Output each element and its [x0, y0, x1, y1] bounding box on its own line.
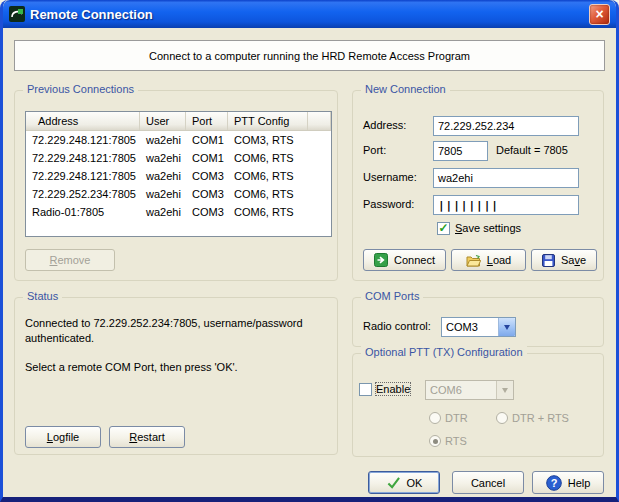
- cell-address[interactable]: 72.229.248.121:7805: [26, 167, 140, 185]
- ptt-enable-label[interactable]: Enable: [376, 383, 410, 395]
- radio-label-rts: RTS: [445, 435, 467, 447]
- ptt-config-title: Optional PTT (TX) Configuration: [361, 346, 527, 358]
- chevron-down-icon: [496, 381, 513, 399]
- port-value: 7805: [438, 145, 462, 157]
- port-field[interactable]: 7805: [433, 141, 488, 161]
- check-icon: ✓: [438, 221, 448, 235]
- remove-button-label: Remove: [50, 254, 91, 266]
- save-settings-checkbox[interactable]: ✓: [437, 222, 450, 235]
- column-header-address[interactable]: Address: [26, 112, 140, 130]
- banner: Connect to a computer running the HRD Re…: [14, 40, 605, 71]
- restart-button[interactable]: Restart: [109, 426, 185, 448]
- help-button[interactable]: ? Help: [532, 471, 604, 494]
- radio-control-select[interactable]: COM3: [441, 317, 516, 337]
- radio-label-dtr: DTR: [445, 412, 468, 424]
- cell-user[interactable]: wa2ehi: [140, 167, 186, 185]
- logfile-button-label: Logfile: [47, 431, 79, 443]
- cell-ptt[interactable]: COM6, RTS: [228, 203, 308, 221]
- cell-port[interactable]: COM3: [186, 203, 228, 221]
- column-header-ptt-config[interactable]: PTT Config: [228, 112, 308, 130]
- save-settings-label[interactable]: Save settings: [455, 222, 521, 234]
- logfile-button[interactable]: Logfile: [25, 426, 101, 448]
- svg-text:?: ?: [550, 477, 557, 489]
- load-button[interactable]: Load: [451, 249, 526, 271]
- app-icon: [9, 6, 25, 22]
- connect-icon: [374, 253, 388, 267]
- ok-check-icon: [386, 476, 401, 489]
- cell-user[interactable]: wa2ehi: [140, 203, 186, 221]
- banner-text: Connect to a computer running the HRD Re…: [149, 50, 470, 62]
- cell-port[interactable]: COM1: [186, 149, 228, 167]
- ok-button[interactable]: OK: [368, 471, 440, 494]
- cancel-button[interactable]: Cancel: [452, 471, 524, 494]
- ptt-config-group: Optional PTT (TX) Configuration ✓ Enable…: [352, 353, 604, 457]
- port-label: Port:: [363, 144, 386, 156]
- cell-address[interactable]: 72.229.248.121:7805: [26, 131, 140, 149]
- password-label: Password:: [363, 198, 414, 210]
- password-field[interactable]: ||||||||: [433, 195, 579, 215]
- title-bar[interactable]: Remote Connection ×: [3, 0, 616, 28]
- radio-label-dtr-rts: DTR + RTS: [512, 412, 569, 424]
- radio-icon: [429, 412, 441, 424]
- table-row[interactable]: Radio-01:7805 wa2ehi COM3 COM6, RTS: [26, 203, 331, 221]
- ptt-port-value: COM6: [426, 384, 496, 396]
- save-button[interactable]: Save: [531, 249, 597, 271]
- cell-address[interactable]: 72.229.252.234:7805: [26, 185, 140, 203]
- cell-port[interactable]: COM1: [186, 131, 228, 149]
- radio-option-dtr-rts: DTR + RTS: [496, 412, 569, 424]
- connect-button-label: Connect: [394, 254, 435, 266]
- table-row[interactable]: 72.229.248.121:7805 wa2ehi COM1 COM6, RT…: [26, 149, 331, 167]
- cancel-button-label: Cancel: [471, 477, 505, 489]
- previous-connections-group: Previous Connections Address User Port P…: [14, 90, 338, 281]
- port-default-hint: Default = 7805: [496, 144, 568, 156]
- cell-ptt[interactable]: COM6, RTS: [228, 149, 308, 167]
- save-floppy-icon: [542, 254, 555, 267]
- cell-ptt[interactable]: COM3, RTS: [228, 131, 308, 149]
- remove-button: Remove: [25, 249, 115, 271]
- table-row[interactable]: 72.229.248.121:7805 wa2ehi COM1 COM3, RT…: [26, 131, 331, 149]
- column-header-user[interactable]: User: [140, 112, 186, 130]
- ptt-port-select: COM6: [425, 380, 514, 400]
- save-button-label: Save: [561, 254, 586, 266]
- remote-connection-dialog: Remote Connection × Connect to a compute…: [0, 0, 619, 502]
- list-header[interactable]: Address User Port PTT Config: [26, 112, 331, 131]
- username-label: Username:: [363, 171, 417, 183]
- close-icon[interactable]: ×: [589, 4, 610, 25]
- window-title: Remote Connection: [30, 7, 589, 22]
- address-value: 72.229.252.234: [438, 120, 514, 132]
- status-group: Status Connected to 72.229.252.234:7805,…: [14, 297, 338, 455]
- cell-port[interactable]: COM3: [186, 185, 228, 203]
- com-ports-title: COM Ports: [361, 290, 423, 302]
- cell-user[interactable]: wa2ehi: [140, 131, 186, 149]
- previous-connections-list[interactable]: Address User Port PTT Config 72.229.248.…: [25, 111, 332, 237]
- radio-control-label: Radio control:: [363, 320, 431, 332]
- cell-ptt[interactable]: COM6, RTS: [228, 167, 308, 185]
- address-field[interactable]: 72.229.252.234: [433, 116, 579, 136]
- username-field[interactable]: wa2ehi: [433, 168, 579, 188]
- cell-port[interactable]: COM3: [186, 167, 228, 185]
- cell-ptt[interactable]: COM6, RTS: [228, 185, 308, 203]
- ok-button-label: OK: [407, 477, 423, 489]
- help-icon: ?: [546, 475, 562, 491]
- username-value: wa2ehi: [438, 172, 473, 184]
- com-ports-group: COM Ports Radio control: COM3: [352, 297, 604, 347]
- cell-address[interactable]: 72.229.248.121:7805: [26, 149, 140, 167]
- cell-user[interactable]: wa2ehi: [140, 149, 186, 167]
- help-button-label: Help: [568, 477, 591, 489]
- cell-address[interactable]: Radio-01:7805: [26, 203, 140, 221]
- radio-control-value: COM3: [442, 321, 498, 333]
- table-row[interactable]: 72.229.252.234:7805 wa2ehi COM3 COM6, RT…: [26, 185, 331, 203]
- ptt-enable-checkbox[interactable]: ✓: [359, 383, 372, 396]
- cell-user[interactable]: wa2ehi: [140, 185, 186, 203]
- radio-icon: [429, 435, 441, 447]
- new-connection-title: New Connection: [361, 83, 450, 95]
- status-line-instruction: Select a remote COM Port, then press 'OK…: [25, 360, 327, 375]
- table-row[interactable]: 72.229.248.121:7805 wa2ehi COM3 COM6, RT…: [26, 167, 331, 185]
- restart-button-label: Restart: [129, 431, 164, 443]
- column-header-port[interactable]: Port: [186, 112, 228, 130]
- address-label: Address:: [363, 119, 406, 131]
- status-line-connected: Connected to 72.229.252.234:7805, userna…: [25, 316, 327, 346]
- chevron-down-icon[interactable]: [498, 318, 515, 336]
- connect-button[interactable]: Connect: [363, 249, 446, 271]
- radio-option-rts: RTS: [429, 435, 467, 447]
